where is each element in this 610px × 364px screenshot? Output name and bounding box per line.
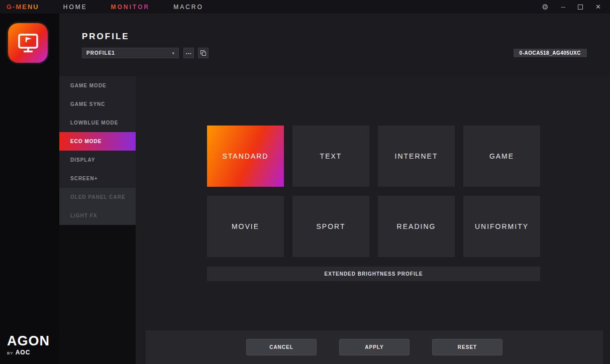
sidebar-item-lowblue-mode[interactable]: LOWBLUE MODE <box>59 113 136 132</box>
left-rail: AGON BY AOC <box>0 14 59 364</box>
cancel-button[interactable]: CANCEL <box>246 339 317 355</box>
nav-home[interactable]: HOME <box>63 4 87 11</box>
apply-button[interactable]: APPLY <box>339 339 410 355</box>
menu-label: OLED PANEL CARE <box>70 194 126 200</box>
window-controls: ⚙ ─ ✕ <box>542 3 601 11</box>
eco-tile-text[interactable]: TEXT <box>292 126 369 187</box>
menu-label: GAME SYNC <box>70 101 106 107</box>
settings-menu: GAME MODE GAME SYNC LOWBLUE MODE ECO MOD… <box>59 76 136 364</box>
top-navigation: HOME MONITOR MACRO <box>63 4 227 11</box>
eco-tile-standard[interactable]: STANDARD <box>207 126 284 187</box>
reset-button[interactable]: RESET <box>432 339 502 355</box>
nav-monitor[interactable]: MONITOR <box>111 4 150 11</box>
profile-dropdown-value: PROFILE1 <box>86 50 115 56</box>
close-icon[interactable]: ✕ <box>595 4 601 10</box>
menu-label: LIGHT FX <box>70 213 97 218</box>
sidebar-item-screen-plus[interactable]: SCREEN+ <box>59 169 136 188</box>
menu-label: ECO MODE <box>70 139 101 144</box>
eco-tile-uniformity[interactable]: UNIFORMITY <box>463 196 540 257</box>
more-dots-icon: ●●● <box>185 52 191 55</box>
agon-brand-logo: AGON BY AOC <box>7 334 50 356</box>
brand-byline: BY AOC <box>7 349 50 356</box>
menu-label: GAME MODE <box>70 83 107 88</box>
nav-macro[interactable]: MACRO <box>173 4 204 11</box>
eco-tile-movie[interactable]: MOVIE <box>207 196 284 257</box>
profile-copy-button[interactable] <box>198 48 209 58</box>
device-id-badge: 0-AOCA518_AG405UXC <box>514 49 587 57</box>
maximize-icon[interactable] <box>578 5 583 10</box>
gmenu-app-window: G-MENU HOME MONITOR MACRO ⚙ ─ ✕ AGON <box>0 0 610 364</box>
eco-tile-game[interactable]: GAME <box>463 126 540 187</box>
eco-tile-internet[interactable]: INTERNET <box>378 126 455 187</box>
brand-by-text: BY <box>7 351 14 355</box>
sidebar-item-display[interactable]: DISPLAY <box>59 151 136 169</box>
chevron-down-icon: ▾ <box>172 51 174 56</box>
menu-label: LOWBLUE MODE <box>70 120 118 126</box>
titlebar: G-MENU HOME MONITOR MACRO ⚙ ─ ✕ <box>0 0 610 14</box>
eco-mode-grid: STANDARD TEXT INTERNET GAME MOVIE SPORT … <box>207 126 540 257</box>
profile-more-button[interactable]: ●●● <box>183 48 194 58</box>
sidebar-item-eco-mode[interactable]: ECO MODE <box>59 132 136 151</box>
copy-icon <box>200 50 206 56</box>
eco-tile-sport[interactable]: SPORT <box>292 196 369 257</box>
sidebar-item-game-mode[interactable]: GAME MODE <box>59 76 136 95</box>
page-header: PROFILE PROFILE1 ▾ ●●● 0-AOCA518_AG405UX… <box>59 14 610 76</box>
action-bar: CANCEL APPLY RESET <box>146 330 603 364</box>
gmenu-logo: G-MENU <box>7 3 39 11</box>
sidebar-item-light-fx: LIGHT FX <box>59 206 136 225</box>
sidebar-item-game-sync[interactable]: GAME SYNC <box>59 95 136 113</box>
eco-tile-reading[interactable]: READING <box>378 196 455 257</box>
minimize-icon[interactable]: ─ <box>561 4 566 10</box>
brand-aoc-text: AOC <box>16 349 31 356</box>
page-title: PROFILE <box>82 32 130 42</box>
brand-agon-text: AGON <box>7 334 50 348</box>
settings-gear-icon[interactable]: ⚙ <box>542 3 548 11</box>
menu-label: SCREEN+ <box>70 176 98 181</box>
eco-mode-panel: STANDARD TEXT INTERNET GAME MOVIE SPORT … <box>136 76 610 364</box>
profile-dropdown[interactable]: PROFILE1 ▾ <box>82 48 179 58</box>
menu-label: DISPLAY <box>70 157 95 163</box>
extended-brightness-profile-button[interactable]: EXTENDED BRIGHTNESS PROFILE <box>207 267 540 281</box>
sidebar-item-oled-panel-care: OLED PANEL CARE <box>59 188 136 206</box>
monitor-flag-icon <box>17 33 40 54</box>
agon-app-icon <box>8 23 48 63</box>
